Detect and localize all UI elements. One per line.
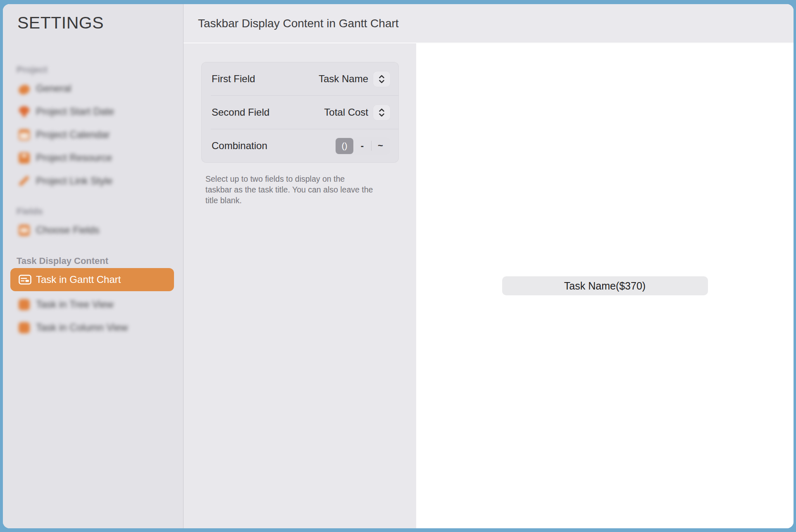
main-area: Taskbar Display Content in Gantt Chart F…: [184, 4, 794, 528]
updown-chevrons-icon[interactable]: [373, 105, 390, 120]
settings-panel: First Field Task Name: [184, 43, 416, 528]
page-title: Taskbar Display Content in Gantt Chart: [198, 17, 399, 30]
general-icon: [17, 83, 31, 95]
project-start-date-icon: [19, 106, 30, 117]
project-resource-icon: [19, 152, 30, 164]
task-in-column-view-icon: [19, 322, 30, 333]
first-field-label: First Field: [212, 73, 319, 85]
sidebar-item-label: Project Link Style: [36, 175, 112, 187]
second-field-row: Second Field Total Cost: [202, 96, 398, 129]
combination-option-tilde[interactable]: ~: [372, 138, 389, 154]
sidebar-item-label: Task in Gantt Chart: [36, 274, 121, 285]
sidebar-item-task-in-column-view[interactable]: Task in Column View: [10, 316, 174, 339]
settings-description: Select up to two fields to display on th…: [205, 173, 400, 206]
section-header-fields: Fields: [3, 204, 183, 218]
sidebar-item-label: General: [36, 83, 71, 94]
first-field-value: Task Name: [319, 73, 368, 85]
sidebar-item-label: Task in Column View: [36, 322, 128, 333]
sidebar-item-project-link-style[interactable]: Project Link Style: [10, 169, 174, 192]
sidebar-item-project-resource[interactable]: Project Resource: [10, 146, 174, 169]
section-header-project: Project: [3, 63, 183, 77]
choose-fields-icon: [19, 225, 30, 236]
second-field-label: Second Field: [212, 107, 324, 118]
settings-card: First Field Task Name: [201, 62, 399, 163]
taskbar-preview: Task Name($370): [502, 276, 708, 295]
settings-window: SETTINGS Project General Project Start D…: [3, 4, 794, 528]
combination-row: Combination () - ~: [202, 129, 398, 162]
second-field-value: Total Cost: [324, 107, 368, 118]
second-field-popup[interactable]: Total Cost: [324, 105, 390, 120]
first-field-popup[interactable]: Task Name: [319, 71, 390, 87]
preview-panel: Task Name($370): [416, 43, 794, 528]
first-field-row: First Field Task Name: [202, 62, 398, 95]
sidebar-item-label: Project Resource: [36, 152, 112, 164]
project-calendar-icon: [19, 129, 30, 140]
sidebar-item-label: Task in Tree View: [36, 299, 114, 310]
sidebar: SETTINGS Project General Project Start D…: [3, 4, 184, 528]
task-in-tree-view-icon: [19, 299, 30, 310]
sidebar-item-label: Project Start Date: [36, 106, 114, 117]
combination-label: Combination: [212, 140, 335, 152]
sidebar-item-project-start-date[interactable]: Project Start Date: [10, 100, 174, 123]
sidebar-item-general[interactable]: General: [10, 77, 174, 100]
sidebar-item-task-in-tree-view[interactable]: Task in Tree View: [10, 293, 174, 316]
sidebar-item-task-in-gantt-chart[interactable]: Task in Gantt Chart: [10, 268, 174, 291]
sidebar-nav: Project General Project Start Date Proje…: [3, 4, 183, 339]
project-link-style-icon: [19, 176, 30, 187]
sidebar-item-label: Choose Fields: [36, 224, 99, 236]
combination-option-parentheses[interactable]: (): [336, 138, 353, 154]
combination-segmented-control: () - ~: [335, 137, 390, 155]
content: First Field Task Name: [184, 43, 794, 528]
main-header: Taskbar Display Content in Gantt Chart: [184, 4, 794, 43]
section-header-task-display-content: Task Display Content: [3, 254, 183, 268]
combination-option-dash[interactable]: -: [353, 138, 371, 154]
sidebar-item-choose-fields[interactable]: Choose Fields: [10, 218, 174, 242]
updown-chevrons-icon[interactable]: [373, 71, 390, 87]
task-in-gantt-chart-icon: [19, 274, 30, 285]
sidebar-item-label: Project Calendar: [36, 129, 110, 140]
sidebar-item-project-calendar[interactable]: Project Calendar: [10, 123, 174, 146]
